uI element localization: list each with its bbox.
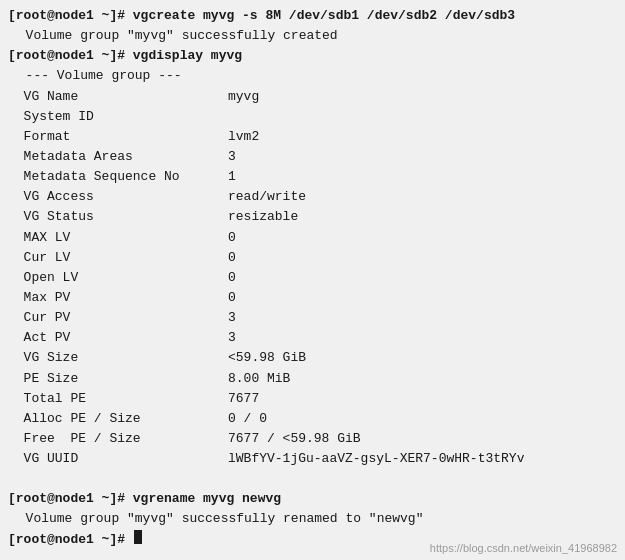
output-line: --- Volume group --- xyxy=(8,66,182,86)
terminal-line: VG Namemyvg xyxy=(8,87,617,107)
prompt-line: [root@node1 ~]# vgcreate myvg -s 8M /dev… xyxy=(8,6,515,26)
field-label: Alloc PE / Size xyxy=(8,409,228,429)
field-value: 0 xyxy=(228,268,236,288)
field-value: myvg xyxy=(228,87,259,107)
terminal-line: Cur PV3 xyxy=(8,308,617,328)
field-label: Total PE xyxy=(8,389,228,409)
field-label: VG Name xyxy=(8,87,228,107)
output-line: Volume group "myvg" successfully created xyxy=(8,26,338,46)
field-value: 0 xyxy=(228,248,236,268)
field-label: Max PV xyxy=(8,288,228,308)
terminal-line: PE Size8.00 MiB xyxy=(8,369,617,389)
terminal-line: [root@node1 ~]# vgdisplay myvg xyxy=(8,46,617,66)
terminal-line: Volume group "myvg" successfully renamed… xyxy=(8,509,617,529)
terminal-line: Metadata Areas3 xyxy=(8,147,617,167)
terminal-line: [root@node1 ~]# vgcreate myvg -s 8M /dev… xyxy=(8,6,617,26)
field-label: Format xyxy=(8,127,228,147)
prompt-line: [root@node1 ~]# vgrename myvg newvg xyxy=(8,489,281,509)
field-value: 0 xyxy=(228,228,236,248)
field-value: resizable xyxy=(228,207,298,227)
terminal-line: Open LV0 xyxy=(8,268,617,288)
field-value: 3 xyxy=(228,147,236,167)
prompt-line: [root@node1 ~]# xyxy=(8,530,133,550)
field-label: MAX LV xyxy=(8,228,228,248)
field-label: Cur PV xyxy=(8,308,228,328)
terminal-line: System ID xyxy=(8,107,617,127)
terminal-line: Cur LV0 xyxy=(8,248,617,268)
terminal-line: MAX LV0 xyxy=(8,228,617,248)
field-label: Metadata Areas xyxy=(8,147,228,167)
field-value: <59.98 GiB xyxy=(228,348,306,368)
field-label: VG Size xyxy=(8,348,228,368)
field-value: 0 / 0 xyxy=(228,409,267,429)
field-value: 7677 / <59.98 GiB xyxy=(228,429,361,449)
watermark: https://blog.csdn.net/weixin_41968982 xyxy=(430,542,617,554)
field-value: 3 xyxy=(228,328,236,348)
field-label: VG Status xyxy=(8,207,228,227)
terminal-line xyxy=(8,469,617,489)
field-value: 3 xyxy=(228,308,236,328)
field-value: 8.00 MiB xyxy=(228,369,290,389)
terminal-line: Volume group "myvg" successfully created xyxy=(8,26,617,46)
field-label: VG UUID xyxy=(8,449,228,469)
field-value: read/write xyxy=(228,187,306,207)
terminal-line: [root@node1 ~]# vgrename myvg newvg xyxy=(8,489,617,509)
terminal-line: Formatlvm2 xyxy=(8,127,617,147)
terminal-line: Free PE / Size7677 / <59.98 GiB xyxy=(8,429,617,449)
field-value: lWBfYV-1jGu-aaVZ-gsyL-XER7-0wHR-t3tRYv xyxy=(228,449,524,469)
field-value: lvm2 xyxy=(228,127,259,147)
terminal-line: VG Statusresizable xyxy=(8,207,617,227)
field-label: PE Size xyxy=(8,369,228,389)
field-label: Act PV xyxy=(8,328,228,348)
terminal-line: Max PV0 xyxy=(8,288,617,308)
terminal-line: VG Size<59.98 GiB xyxy=(8,348,617,368)
field-value: 0 xyxy=(228,288,236,308)
output-line: Volume group "myvg" successfully renamed… xyxy=(8,509,423,529)
field-label: Cur LV xyxy=(8,248,228,268)
field-label: System ID xyxy=(8,107,228,127)
terminal-line: Metadata Sequence No1 xyxy=(8,167,617,187)
terminal-window: [root@node1 ~]# vgcreate myvg -s 8M /dev… xyxy=(0,0,625,560)
terminal-line: Alloc PE / Size0 / 0 xyxy=(8,409,617,429)
prompt-line: [root@node1 ~]# vgdisplay myvg xyxy=(8,46,242,66)
terminal-line: Total PE7677 xyxy=(8,389,617,409)
cursor xyxy=(134,530,142,544)
terminal-line: VG UUIDlWBfYV-1jGu-aaVZ-gsyL-XER7-0wHR-t… xyxy=(8,449,617,469)
field-label: Metadata Sequence No xyxy=(8,167,228,187)
field-value: 7677 xyxy=(228,389,259,409)
field-label: Open LV xyxy=(8,268,228,288)
field-label: Free PE / Size xyxy=(8,429,228,449)
field-label: VG Access xyxy=(8,187,228,207)
terminal-line: VG Accessread/write xyxy=(8,187,617,207)
terminal-line: --- Volume group --- xyxy=(8,66,617,86)
field-value: 1 xyxy=(228,167,236,187)
terminal-line: Act PV3 xyxy=(8,328,617,348)
